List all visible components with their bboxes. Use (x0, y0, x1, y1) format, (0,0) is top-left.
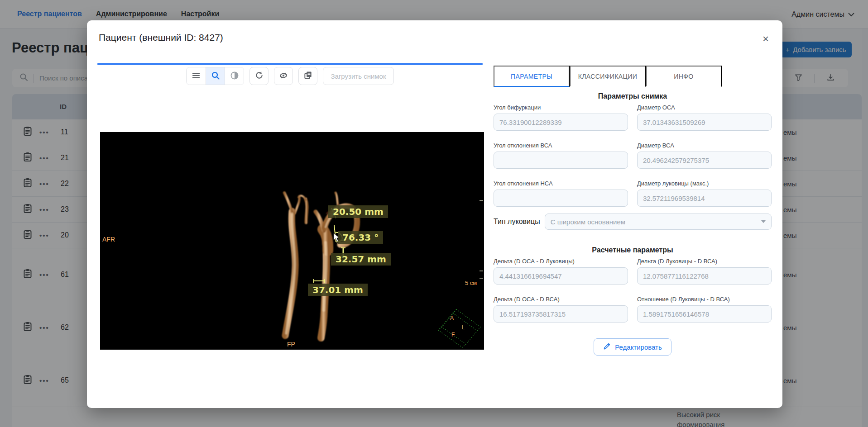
edit-button-label: Редактировать (615, 343, 662, 351)
field-bulb-diameter: Диаметр луковицы (макс.) (637, 180, 772, 207)
section-heading-calc-params: Расчетные параметры (494, 246, 772, 254)
reset-view-button[interactable] (249, 67, 269, 85)
field-bifurcation-angle: Угол бифуркации (494, 104, 628, 131)
cca-diameter-input[interactable] (637, 114, 772, 131)
orientation-label-bottom: FP (287, 341, 295, 348)
image-params-grid: Угол бифуркации Диаметр ОСА Угол отклоне… (494, 104, 772, 207)
tab-classifications[interactable]: КЛАССИФИКАЦИИ (570, 66, 646, 87)
field-label: Угол отклонения ВСА (494, 142, 628, 149)
scale-tick (480, 270, 483, 271)
vessel-render: A L F (100, 132, 484, 350)
measurement-label-20mm: 20.50 mm (328, 205, 388, 218)
field-ratio-bulb-ica: Отношение (D Луковицы - D ВСА) (637, 296, 772, 323)
field-label: Диаметр ВСА (637, 142, 772, 149)
orientation-cube-icon (438, 309, 480, 347)
contrast-button[interactable] (225, 67, 244, 85)
bulb-type-label: Тип луковицы (494, 218, 540, 226)
upload-image-button: Загрузить снимок (323, 67, 393, 85)
field-label: Дельта (D ОСА - D Луковицы) (494, 258, 628, 265)
cube-label-a: A (450, 315, 454, 321)
zoom-mode-button[interactable] (206, 67, 225, 85)
cube-label-f: F (451, 332, 455, 338)
viewer-toolbar: Загрузить снимок (97, 67, 483, 85)
section-heading-image-params: Параметры снимка (494, 92, 772, 100)
field-delta-cca-bulb: Дельта (D ОСА - D Луковицы) (494, 258, 628, 285)
menu-button[interactable] (187, 67, 206, 85)
measurement-label-37mm: 37.01 mm (308, 284, 368, 296)
rotate-3d-button[interactable] (274, 67, 293, 85)
bulb-type-row: Тип луковицы С широким основанием (494, 214, 772, 230)
field-cca-diameter: Диаметр ОСА (637, 104, 772, 131)
field-label: Угол бифуркации (494, 104, 628, 111)
orientation-label-left: AFR (102, 236, 115, 243)
viewer-progress-bar (97, 63, 483, 65)
menu-icon (192, 71, 201, 81)
field-delta-cca-ica: Дельта (D ОСА - D ВСА) (494, 296, 628, 323)
viewer-pane: Загрузить снимок (97, 56, 483, 350)
delta-cca-ica-input[interactable] (494, 305, 628, 323)
tab-parameters[interactable]: ПАРАМЕТРЫ (494, 66, 570, 87)
chevron-down-icon (761, 220, 766, 223)
bulb-type-select[interactable]: С широким основанием (545, 214, 772, 230)
field-label: Отношение (D Луковицы - D ВСА) (637, 296, 772, 303)
copy-button[interactable] (298, 67, 317, 85)
measurement-label-angle: 76.33 ° (338, 231, 383, 244)
delta-cca-bulb-input[interactable] (494, 267, 628, 285)
field-ica-deviation-angle: Угол отклонения ВСА (494, 142, 628, 169)
measurement-label-32mm: 32.57 mm (331, 253, 391, 266)
modal-tabs: ПАРАМЕТРЫ КЛАССИФИКАЦИИ ИНФО (494, 66, 772, 87)
field-label: Дельта (D Луковицы - D ВСА) (637, 258, 772, 265)
copy-icon (303, 71, 313, 81)
field-label: Угол отклонения НСА (494, 180, 628, 187)
rotate-3d-icon (278, 71, 288, 82)
delta-bulb-ica-input[interactable] (637, 267, 772, 285)
cube-label-l: L (462, 324, 465, 331)
scale-tick (480, 278, 483, 279)
vessel-3d-viewport[interactable]: A L F 20.50 mm 76.33 ° 32.57 mm 37.01 mm… (100, 132, 484, 350)
field-label: Диаметр луковицы (макс.) (637, 180, 772, 187)
scale-label: 5 см (465, 280, 477, 286)
scale-tick (480, 200, 483, 201)
bulb-diameter-input[interactable] (637, 190, 772, 207)
ica-deviation-angle-input[interactable] (494, 152, 628, 169)
pencil-icon (603, 342, 611, 351)
parameters-pane: ПАРАМЕТРЫ КЛАССИФИКАЦИИ ИНФО Параметры с… (494, 66, 772, 356)
modal-title: Пациент (внешний ID: 8427) (99, 32, 223, 43)
calc-params-grid: Дельта (D ОСА - D Луковицы) Дельта (D Лу… (494, 258, 772, 323)
contrast-icon (230, 71, 239, 81)
footer-divider (494, 334, 772, 334)
field-label: Диаметр ОСА (637, 104, 772, 111)
edit-button[interactable]: Редактировать (594, 338, 671, 356)
field-delta-bulb-ica: Дельта (D Луковицы - D ВСА) (637, 258, 772, 285)
tab-info[interactable]: ИНФО (646, 66, 722, 87)
close-icon[interactable]: × (759, 32, 772, 46)
field-ica-diameter: Диаметр ВСА (637, 142, 772, 169)
field-eca-deviation-angle: Угол отклонения НСА (494, 180, 628, 207)
bifurcation-angle-input[interactable] (494, 114, 628, 131)
magnifier-icon (211, 71, 220, 81)
ica-diameter-input[interactable] (637, 152, 772, 169)
ratio-bulb-ica-input[interactable] (637, 305, 772, 323)
viewer-mode-group (186, 67, 244, 85)
field-label: Дельта (D ОСА - D ВСА) (494, 296, 628, 303)
eca-deviation-angle-input[interactable] (494, 190, 628, 207)
modal-header: Пациент (внешний ID: 8427) × (87, 20, 782, 55)
bulb-type-value: С широким основанием (551, 218, 625, 226)
patient-modal: Пациент (внешний ID: 8427) × (87, 20, 782, 408)
refresh-icon (254, 71, 264, 81)
